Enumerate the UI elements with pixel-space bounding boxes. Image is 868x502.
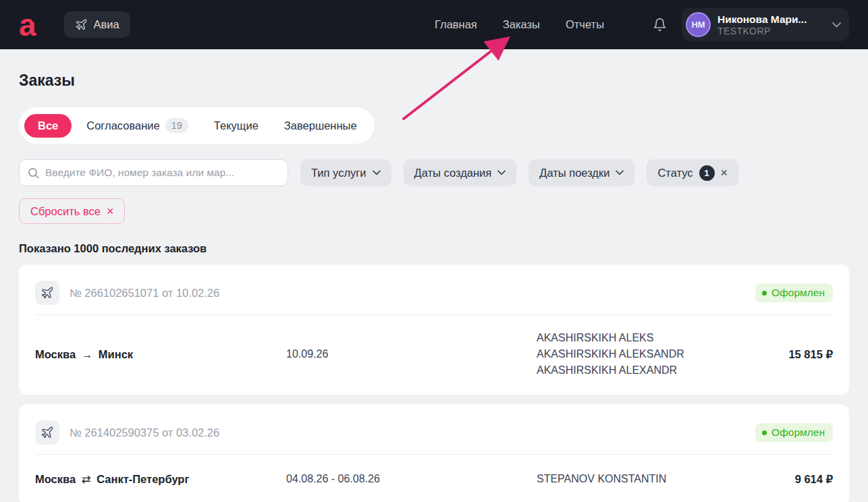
close-icon[interactable]: ×: [721, 167, 728, 179]
order-card[interactable]: № 261402590375 от 03.02.26 Оформлен Моск…: [19, 404, 849, 502]
user-menu[interactable]: НМ Никонова Мари... TESTKORP: [682, 8, 849, 41]
search-field[interactable]: [19, 159, 288, 186]
avatar: НМ: [686, 12, 711, 37]
route-arrow-icon: →: [79, 348, 96, 360]
order-trip-dates: 04.08.26 - 06.08.26: [286, 473, 537, 485]
route-from: Москва: [35, 473, 76, 485]
chevron-down-icon: [497, 170, 506, 175]
orders-page: a Авиа Главная Заказы Отчеты: [0, 0, 868, 502]
order-number: № 266102651071 от 10.02.26: [70, 287, 219, 300]
route-to: Санкт-Петербург: [97, 473, 189, 485]
reset-all-filters-label: Сбросить все: [30, 205, 101, 218]
order-card-header: № 261402590375 от 03.02.26 Оформлен: [35, 420, 833, 445]
notifications-button[interactable]: [653, 17, 667, 32]
reset-all-filters-button[interactable]: Сбросить все ×: [19, 198, 125, 224]
product-switcher-label: Авиа: [94, 18, 119, 31]
filter-creation-dates-label: Даты создания: [414, 167, 492, 179]
passenger-name: STEPANOV KONSTANTIN: [537, 471, 795, 487]
results-note: Показано 1000 последних заказов: [19, 242, 849, 255]
route-to: Минск: [99, 348, 133, 360]
tab-approval[interactable]: Согласование 19: [76, 113, 199, 138]
passenger-name: AKASHIRSKIKH ALEKSANDR: [537, 346, 788, 362]
search-input[interactable]: [45, 167, 279, 179]
chevron-down-icon: [832, 22, 841, 28]
close-icon: ×: [107, 204, 114, 219]
brand-logo-letter: a: [19, 7, 36, 43]
order-card[interactable]: № 266102651071 от 10.02.26 Оформлен Моск…: [19, 264, 849, 395]
filter-service-type-label: Тип услуги: [311, 167, 367, 179]
order-card-body: Москва ⇄ Санкт-Петербург 04.08.26 - 06.0…: [35, 455, 833, 502]
status-label: Оформлен: [771, 287, 825, 299]
service-type-badge: [35, 281, 59, 305]
status-dot-icon: [762, 430, 767, 435]
filter-status-count-badge: 1: [699, 165, 715, 181]
filter-service-type[interactable]: Тип услуги: [300, 159, 391, 186]
tab-current-label: Текущие: [214, 119, 259, 132]
order-route: Москва → Минск: [35, 348, 286, 361]
chevron-down-icon: [616, 170, 624, 175]
tab-all-label: Все: [38, 119, 58, 132]
user-company: TESTKORP: [717, 26, 825, 36]
filter-status[interactable]: Статус 1 ×: [647, 159, 738, 186]
order-price: 9 614 ₽: [795, 473, 833, 486]
nav-item-home[interactable]: Главная: [435, 18, 477, 31]
passenger-name: AKASHIRSKIKH ALEKS: [537, 330, 788, 346]
filter-trip-dates-label: Даты поездки: [539, 167, 609, 179]
page-content: Заказы Все Согласование 19 Текущие Завер…: [0, 49, 868, 502]
order-price: 15 815 ₽: [788, 348, 833, 361]
brand-logo[interactable]: a: [19, 11, 36, 38]
service-type-badge: [35, 420, 59, 445]
passenger-name: AKASHIRSKIKH ALEXANDR: [537, 362, 788, 379]
status-dot-icon: [762, 291, 767, 296]
nav-item-orders[interactable]: Заказы: [503, 18, 540, 31]
plane-icon: [40, 286, 54, 300]
tab-all[interactable]: Все: [24, 114, 72, 138]
status-label: Оформлен: [771, 426, 825, 439]
order-passengers: AKASHIRSKIKH ALEKS AKASHIRSKIKH ALEKSAND…: [537, 330, 788, 379]
tab-completed[interactable]: Завершенные: [273, 114, 368, 138]
plane-icon: [75, 18, 88, 31]
tab-current[interactable]: Текущие: [203, 114, 269, 138]
order-passengers: STEPANOV KONSTANTIN: [537, 471, 795, 487]
order-number: № 261402590375 от 03.02.26: [70, 426, 219, 439]
order-route: Москва ⇄ Санкт-Петербург: [35, 473, 286, 486]
tab-approval-count-badge: 19: [165, 118, 188, 133]
order-card-body: Москва → Минск 10.09.26 AKASHIRSKIKH ALE…: [35, 315, 833, 395]
page-title: Заказы: [19, 49, 849, 90]
route-from: Москва: [35, 348, 76, 360]
search-icon: [28, 167, 39, 179]
brand-logo-dot: [32, 18, 35, 22]
tab-approval-label: Согласование: [86, 119, 159, 132]
avatar-initials: НМ: [691, 20, 705, 30]
nav-item-reports[interactable]: Отчеты: [566, 18, 604, 31]
chevron-down-icon: [373, 170, 381, 175]
filter-creation-dates[interactable]: Даты создания: [404, 159, 517, 186]
orders-tabbar: Все Согласование 19 Текущие Завершенные: [19, 107, 375, 144]
status-badge: Оформлен: [755, 423, 833, 442]
order-card-header: № 266102651071 от 10.02.26 Оформлен: [35, 281, 833, 305]
user-name: Никонова Мари...: [717, 13, 825, 26]
plane-icon: [40, 426, 54, 439]
filters-row: Тип услуги Даты создания Даты поездки Ст…: [19, 159, 849, 186]
status-badge: Оформлен: [755, 283, 833, 302]
main-navigation: Главная Заказы Отчеты: [435, 18, 604, 31]
route-arrow-icon: ⇄: [79, 473, 94, 485]
user-info: Никонова Мари... TESTKORP: [717, 13, 825, 36]
tab-completed-label: Завершенные: [284, 119, 357, 132]
product-switcher-avia[interactable]: Авиа: [64, 11, 130, 38]
filter-trip-dates[interactable]: Даты поездки: [528, 159, 634, 186]
bell-icon: [653, 17, 667, 32]
order-trip-dates: 10.09.26: [286, 348, 537, 360]
filter-status-label: Статус: [657, 167, 693, 179]
top-navbar: a Авиа Главная Заказы Отчеты: [0, 0, 868, 49]
